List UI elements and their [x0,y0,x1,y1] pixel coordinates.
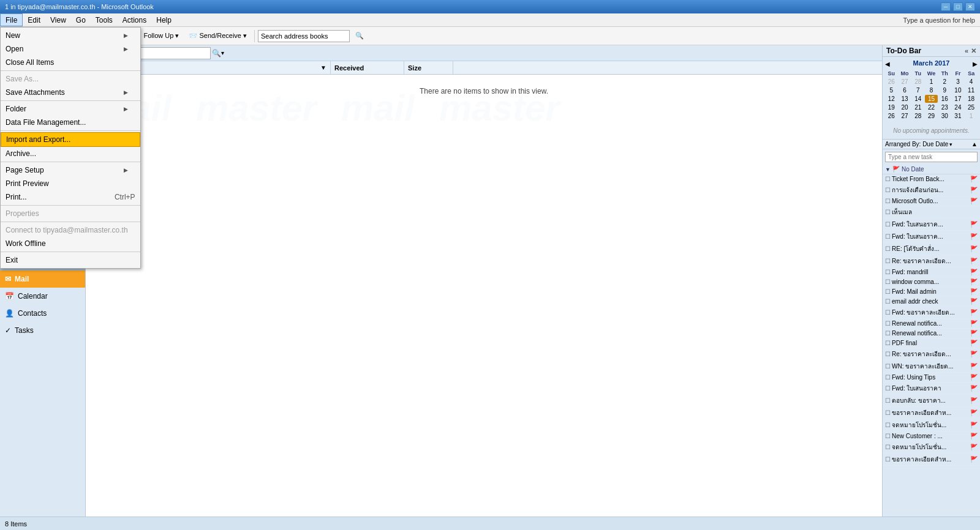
menu-view[interactable]: View [45,13,71,26]
task-item[interactable]: ☐ Fwd: Using Tips 🚩 [883,373,980,383]
nav-contacts[interactable]: 👤 Contacts [0,305,85,322]
cal-day[interactable]: 28 [911,78,924,86]
menu-print-preview[interactable]: Print Preview [1,177,140,190]
maximize-button[interactable]: □ [953,2,963,11]
help-search[interactable]: Type a question for help [899,15,980,25]
task-item[interactable]: ☐ จดหมายโปรโมชั่น... 🚩 [883,441,980,453]
cal-day[interactable]: 25 [965,103,978,111]
cal-day[interactable]: 18 [965,95,978,103]
nav-mail[interactable]: ✉ Mail [0,271,85,288]
cal-day[interactable]: 9 [938,86,951,94]
menu-edit[interactable]: Edit [23,13,45,26]
menu-file[interactable]: File [0,13,23,26]
cal-day[interactable]: 22 [925,103,938,111]
task-checkbox[interactable]: ☐ [885,245,891,252]
task-item[interactable]: ☐ จดหมายโปรโมชั่น... 🚩 [883,419,980,431]
cal-day[interactable]: 27 [899,112,911,120]
cal-day[interactable]: 24 [952,103,965,111]
menu-page-setup[interactable]: Page Setup [1,163,140,177]
cal-day[interactable]: 26 [885,112,898,120]
task-item[interactable]: ☐ Fwd: ขอราคาละเอียด... 🚩 [883,307,980,319]
col-received[interactable]: Received [331,61,404,74]
cal-day[interactable]: 20 [899,103,911,111]
cal-day[interactable]: 1 [925,78,938,86]
search-address-btn[interactable]: 🔍 [351,30,368,42]
cal-day[interactable]: 31 [952,112,965,120]
task-checkbox[interactable]: ☐ [885,187,891,193]
cal-day[interactable]: 28 [911,112,924,120]
menu-actions[interactable]: Actions [118,13,151,26]
task-item[interactable]: ☐ Microsoft Outlo... 🚩 [883,196,980,206]
cal-day[interactable]: 12 [885,95,898,103]
menu-help[interactable]: Help [151,13,176,26]
search-btn[interactable]: 🔍 [212,49,221,58]
menu-go[interactable]: Go [71,13,91,26]
task-checkbox[interactable]: ☐ [885,456,891,463]
task-checkbox[interactable]: ☐ [885,221,891,228]
new-task-input[interactable] [885,152,978,162]
minimize-button[interactable]: ─ [941,2,951,11]
task-checkbox[interactable]: ☐ [885,397,891,404]
task-flag-icon[interactable]: 🚩 [970,298,978,305]
task-item[interactable]: ☐ WN: ขอราคาละเอียด... 🚩 [883,360,980,373]
menu-import-export[interactable]: Import and Export... [1,132,140,147]
todo-expand-btn[interactable]: « [965,47,968,55]
cal-day[interactable]: 7 [911,86,924,94]
arranged-by-bar[interactable]: Arranged By: Due Date ▾ ▲ [883,139,980,149]
task-flag-icon[interactable]: 🚩 [970,269,978,275]
task-item[interactable]: ☐ Renewal notifica... 🚩 [883,319,980,329]
task-checkbox[interactable]: ☐ [885,422,891,428]
menu-print[interactable]: Print... Ctrl+P [1,190,140,204]
cal-day[interactable]: 19 [885,103,898,111]
task-checkbox[interactable]: ☐ [885,288,891,295]
task-flag-icon[interactable]: 🚩 [970,385,978,392]
menu-new[interactable]: New [1,29,140,42]
task-checkbox[interactable]: ☐ [885,233,891,240]
scroll-up-btn[interactable]: ▲ [971,141,978,147]
menu-close-all[interactable]: Close All Items [1,56,140,69]
task-item[interactable]: ☐ เห็นเมล [883,206,980,218]
task-checkbox[interactable]: ☐ [885,409,891,416]
task-flag-icon[interactable]: 🚩 [970,374,978,381]
task-flag-icon[interactable]: 🚩 [970,351,978,357]
task-checkbox[interactable]: ☐ [885,385,891,392]
cal-day[interactable]: 16 [938,95,951,103]
task-flag-icon[interactable]: 🚩 [970,397,978,404]
cal-day[interactable]: 17 [952,95,965,103]
task-flag-icon[interactable]: 🚩 [970,433,978,439]
cal-day[interactable]: 10 [952,86,965,94]
task-item[interactable]: ☐ Re: ขอราคาละเอียด... 🚩 [883,255,980,267]
cal-day[interactable]: 29 [925,112,938,120]
cal-day[interactable]: 11 [965,86,978,94]
address-book-search[interactable] [258,30,350,42]
task-checkbox[interactable]: ☐ [885,309,891,316]
cal-day[interactable]: 2 [938,78,951,86]
task-checkbox[interactable]: ☐ [885,340,891,346]
task-item[interactable]: ☐ ขอราคาละเอียดสำห... 🚩 [883,407,980,419]
task-item[interactable]: ☐ Renewal notifica... 🚩 [883,329,980,338]
task-item[interactable]: ☐ RE: [โต้รับคำสั่ง... 🚩 [883,243,980,255]
cal-day[interactable]: 5 [885,86,898,94]
task-flag-icon[interactable]: 🚩 [970,221,978,228]
task-flag-icon[interactable]: 🚩 [970,444,978,450]
cal-day-today[interactable]: 15 [925,95,938,103]
menu-data-file-mgmt[interactable]: Data File Management... [1,116,140,129]
cal-day[interactable]: 8 [925,86,938,94]
nav-tasks[interactable]: ✓ Tasks [0,322,85,339]
task-checkbox[interactable]: ☐ [885,433,891,439]
task-checkbox[interactable]: ☐ [885,320,891,327]
task-checkbox[interactable]: ☐ [885,298,891,305]
task-flag-icon[interactable]: 🚩 [970,422,978,428]
task-flag-icon[interactable]: 🚩 [970,198,978,204]
cal-day[interactable]: 4 [965,78,978,86]
menu-exit[interactable]: Exit [1,253,140,267]
col-size[interactable]: Size [404,61,453,74]
todo-close-btn[interactable]: ✕ [971,47,976,55]
task-flag-icon[interactable]: 🚩 [970,456,978,463]
cal-day[interactable]: 3 [952,78,965,86]
task-flag-icon[interactable]: 🚩 [970,340,978,346]
task-flag-icon[interactable]: 🚩 [970,320,978,327]
task-checkbox[interactable]: ☐ [885,374,891,381]
task-item[interactable]: ☐ PDF final 🚩 [883,338,980,348]
task-item[interactable]: ☐ Fwd: ใบเสนอราคา 🚩 [883,383,980,395]
